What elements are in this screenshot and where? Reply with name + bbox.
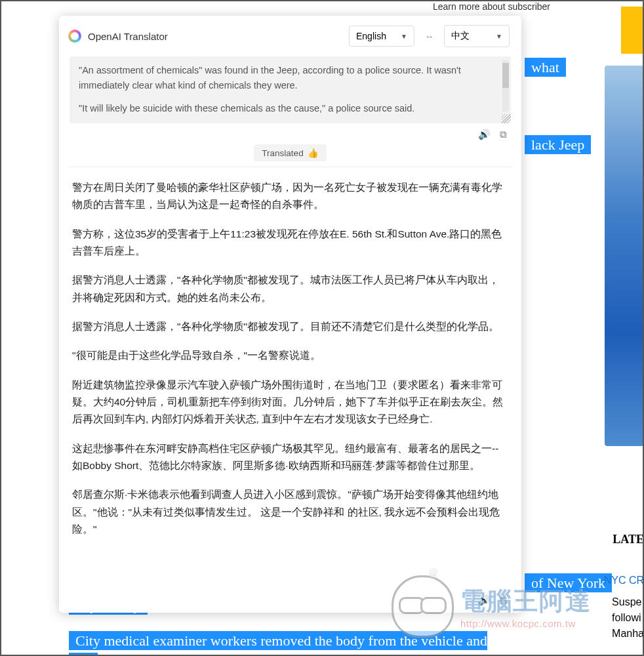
yellow-badge — [621, 7, 644, 54]
copy-icon[interactable]: ⧉ — [500, 594, 507, 606]
target-lang-select[interactable]: 中文 ▼ — [444, 25, 510, 47]
panel-title: OpenAI Translator — [88, 31, 342, 42]
swap-languages-button[interactable]: ↔ — [421, 31, 437, 41]
chevron-down-icon: ▼ — [401, 33, 407, 40]
translator-panel: OpenAI Translator English ▼ ↔ 中文 ▼ "An a… — [59, 16, 521, 613]
output-paragraph: 附近建筑物监控录像显示汽车驶入萨顿广场外围街道时，在当地门卫（要求匿名）看来非常… — [72, 377, 508, 428]
chevron-down-icon: ▼ — [496, 33, 502, 40]
sidebar-snippet: Suspe followi Manha — [612, 594, 644, 642]
translation-output: 警方在周日关闭了曼哈顿的豪华社区萨顿广场，因为一名死亡女子被发现在一辆充满有毒化… — [59, 167, 521, 594]
source-line: "An assortment of chemicals" was found i… — [79, 63, 496, 93]
speaker-icon[interactable]: 🔊 — [478, 594, 491, 606]
hl-text: City medical examiner workers removed th… — [69, 631, 487, 656]
output-paragraph: 这起悲惨事件在东河畔安静高档住宅区萨顿广场极其罕见。纽约最富有、最著名的居民之一… — [72, 440, 508, 475]
output-paragraph: 警方称，这位35岁的受害者于上午11:23被发现死在停放在E. 56th St.… — [72, 226, 508, 260]
sidebar-image — [605, 66, 644, 446]
scrollbar-thumb[interactable] — [502, 63, 509, 88]
hl-text: of New York — [525, 573, 612, 592]
copy-icon[interactable]: ⧉ — [500, 129, 507, 140]
source-toolbar: 🔊 ⧉ — [59, 123, 521, 142]
status-chip: Translated 👍 — [254, 144, 326, 161]
source-lang-select[interactable]: English ▼ — [349, 26, 414, 47]
hl-text: what — [525, 58, 566, 77]
openai-logo-icon — [68, 30, 81, 43]
output-paragraph: 邻居查尔斯·卡米德表示他看到调查人员进入小区感到震惊。"萨顿广场开始变得像其他纽… — [72, 486, 508, 538]
output-paragraph: 据警方消息人士透露，"各种化学物质"都被发现了。目前还不清楚它们是什么类型的化学… — [72, 318, 508, 335]
status-label: Translated — [262, 148, 303, 158]
output-paragraph: 据警方消息人士透露，"各种化学物质"都被发现了。城市法医工作人员已将尸体从车内取… — [72, 272, 508, 306]
source-textarea[interactable]: "An assortment of chemicals" was found i… — [70, 56, 511, 123]
sidebar-link[interactable]: NYC CR — [604, 575, 644, 586]
source-line: "It will likely be suicide with these ch… — [79, 101, 496, 116]
hl-text: lack Jeep — [525, 135, 591, 154]
sidebar-heading: LATE — [613, 533, 644, 546]
subscriber-link[interactable]: Learn more about subscriber — [433, 1, 550, 12]
output-paragraph: 警方在周日关闭了曼哈顿的豪华社区萨顿广场，因为一名死亡女子被发现在一辆充满有毒化… — [72, 179, 508, 214]
output-paragraph: "很可能是由于这些化学品导致自杀，"一名警察说道。 — [72, 347, 508, 364]
speaker-icon[interactable]: 🔊 — [478, 129, 491, 140]
output-toolbar: 🔊 ⧉ — [59, 594, 521, 613]
panel-header: OpenAI Translator English ▼ ↔ 中文 ▼ — [59, 16, 521, 56]
resize-handle[interactable] — [502, 114, 511, 123]
thumbs-up-icon: 👍 — [308, 148, 319, 158]
source-lang-label: English — [356, 31, 386, 41]
target-lang-label: 中文 — [451, 30, 470, 42]
